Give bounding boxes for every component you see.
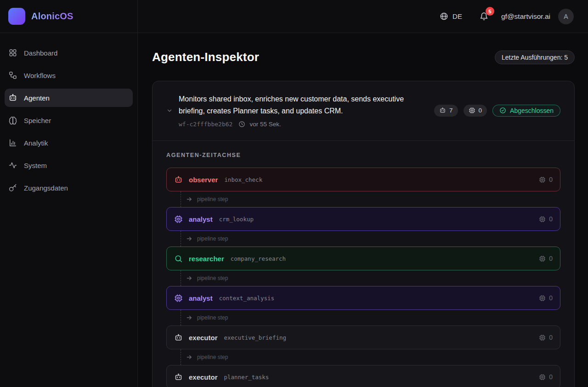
agent-count: 7 bbox=[449, 107, 453, 114]
row-token-count: 0 bbox=[539, 334, 553, 341]
sidebar-item-agenten[interactable]: Agenten bbox=[5, 89, 133, 107]
agent-name: analyst bbox=[189, 215, 213, 223]
run-description: Monitors shared inbox, enriches new cust… bbox=[179, 93, 411, 117]
notification-count-badge: 5 bbox=[486, 7, 494, 16]
sidebar-item-label: Analytik bbox=[24, 139, 48, 147]
search-icon bbox=[174, 254, 183, 263]
token-count: 0 bbox=[549, 215, 553, 223]
timeline-row-researcher[interactable]: researcher company_research 0 bbox=[166, 247, 560, 270]
cpu-icon bbox=[539, 334, 546, 341]
agent-name: executor bbox=[189, 373, 218, 381]
connector-label: pipeline step bbox=[197, 354, 228, 360]
agent-task: context_analysis bbox=[219, 295, 274, 302]
sidebar-item-label: Speicher bbox=[24, 117, 51, 124]
status-badge: Abgeschlossen bbox=[492, 105, 560, 117]
topbar: DE 5 gf@startvisor.ai A bbox=[138, 0, 588, 33]
sidebar-item-label: Agenten bbox=[24, 94, 50, 102]
connector-label: pipeline step bbox=[197, 275, 228, 281]
arrow-right-icon bbox=[186, 196, 192, 202]
main-column: DE 5 gf@startvisor.ai A Agenten-Inspekto… bbox=[138, 0, 588, 387]
cpu-icon bbox=[174, 215, 183, 224]
agent-name: analyst bbox=[189, 294, 213, 302]
agent-task: inbox_check bbox=[224, 176, 262, 183]
connector-label: pipeline step bbox=[197, 196, 228, 202]
avatar[interactable]: A bbox=[558, 9, 574, 24]
sidebar-item-dashboard[interactable]: Dashboard bbox=[5, 44, 133, 62]
token-count: 0 bbox=[549, 294, 553, 302]
pipeline-connector: pipeline step bbox=[181, 310, 560, 325]
workflow-id: wf-c2fffbbe2b62 bbox=[179, 121, 232, 128]
clock-icon bbox=[238, 121, 245, 128]
run-description-block: Monitors shared inbox, enriches new cust… bbox=[179, 93, 411, 128]
cpu-icon bbox=[539, 255, 546, 262]
token-count: 0 bbox=[549, 373, 553, 381]
pipeline-connector: pipeline step bbox=[181, 349, 560, 365]
agent-task: planner_tasks bbox=[224, 374, 269, 381]
token-count-badge: 0 bbox=[464, 105, 487, 117]
content-area: Agenten-Inspektor Letzte Ausführungen: 5… bbox=[138, 33, 588, 387]
robot-icon bbox=[174, 175, 183, 184]
sidebar-item-system[interactable]: System bbox=[5, 156, 133, 174]
sidebar-item-speicher[interactable]: Speicher bbox=[5, 111, 133, 129]
globe-icon bbox=[440, 12, 448, 21]
chevron-down-icon[interactable] bbox=[166, 107, 173, 114]
pipeline-connector: pipeline step bbox=[181, 231, 560, 247]
sidebar-item-analytik[interactable]: Analytik bbox=[5, 134, 133, 152]
token-count: 0 bbox=[479, 107, 482, 114]
timeline-row-observer[interactable]: observer inbox_check 0 bbox=[166, 168, 560, 191]
arrow-right-icon bbox=[186, 275, 192, 281]
page-header: Agenten-Inspektor Letzte Ausführungen: 5 bbox=[152, 50, 575, 64]
agent-task: crm_lookup bbox=[219, 216, 254, 223]
run-meta: wf-c2fffbbe2b62 vor 55 Sek. bbox=[179, 121, 411, 128]
pipeline-connector: pipeline step bbox=[181, 270, 560, 286]
sidebar-item-label: Workflows bbox=[24, 72, 56, 79]
notifications-button[interactable]: 5 bbox=[479, 11, 489, 21]
cpu-icon bbox=[539, 216, 546, 223]
recent-runs-button[interactable]: Letzte Ausführungen: 5 bbox=[495, 50, 575, 64]
workflow-icon bbox=[8, 71, 17, 80]
timeline-row-executor[interactable]: executor executive_briefing 0 bbox=[166, 325, 560, 349]
row-token-count: 0 bbox=[539, 176, 553, 183]
pipeline-connector: pipeline step bbox=[181, 191, 560, 207]
timeline-row-analyst[interactable]: analyst crm_lookup 0 bbox=[166, 207, 560, 231]
row-token-count: 0 bbox=[539, 255, 553, 262]
run-summary-badges: 7 0 Abgeschlossen bbox=[434, 105, 560, 117]
timeline-row-executor[interactable]: executor planner_tasks 0 bbox=[166, 365, 560, 387]
cpu-icon bbox=[539, 374, 546, 381]
row-token-count: 0 bbox=[539, 215, 553, 223]
arrow-right-icon bbox=[186, 314, 192, 321]
arrow-right-icon bbox=[186, 236, 192, 242]
brand-name: AlonicOS bbox=[31, 11, 74, 22]
robot-icon bbox=[8, 93, 17, 102]
sidebar-item-zugangsdaten[interactable]: Zugangsdaten bbox=[5, 179, 133, 197]
run-time-ago: vor 55 Sek. bbox=[249, 121, 281, 128]
agent-task: company_research bbox=[231, 255, 286, 262]
timeline-row-analyst[interactable]: analyst context_analysis 0 bbox=[166, 286, 560, 310]
robot-icon bbox=[174, 373, 183, 381]
token-count: 0 bbox=[549, 334, 553, 341]
cpu-icon bbox=[174, 294, 183, 303]
connector-label: pipeline step bbox=[197, 236, 228, 242]
agent-name: executor bbox=[189, 334, 218, 342]
key-icon bbox=[8, 183, 17, 192]
robot-icon bbox=[439, 107, 446, 114]
sidebar-item-workflows[interactable]: Workflows bbox=[5, 66, 133, 84]
grid-icon bbox=[8, 48, 17, 57]
agent-timeline-section: AGENTEN-ZEITACHSE observer inbox_check 0 bbox=[153, 141, 574, 387]
status-label: Abgeschlossen bbox=[510, 107, 554, 114]
brand-logo bbox=[8, 8, 25, 25]
agent-count-badge: 7 bbox=[434, 105, 458, 117]
row-token-count: 0 bbox=[539, 373, 553, 381]
cpu-icon bbox=[469, 107, 475, 114]
arrow-right-icon bbox=[186, 354, 192, 360]
user-email: gf@startvisor.ai bbox=[501, 12, 550, 21]
agent-name: researcher bbox=[189, 255, 224, 263]
sidebar-nav: Dashboard Workflows Agenten Speicher Ana bbox=[0, 33, 137, 212]
language-label: DE bbox=[452, 12, 462, 20]
sidebar: AlonicOS Dashboard Workflows Agenten Sp bbox=[0, 0, 138, 387]
sidebar-item-label: Zugangsdaten bbox=[24, 184, 68, 192]
row-token-count: 0 bbox=[539, 294, 553, 302]
inspector-card: Monitors shared inbox, enriches new cust… bbox=[152, 81, 575, 387]
robot-icon bbox=[174, 333, 183, 342]
language-switcher[interactable]: DE bbox=[440, 12, 462, 21]
